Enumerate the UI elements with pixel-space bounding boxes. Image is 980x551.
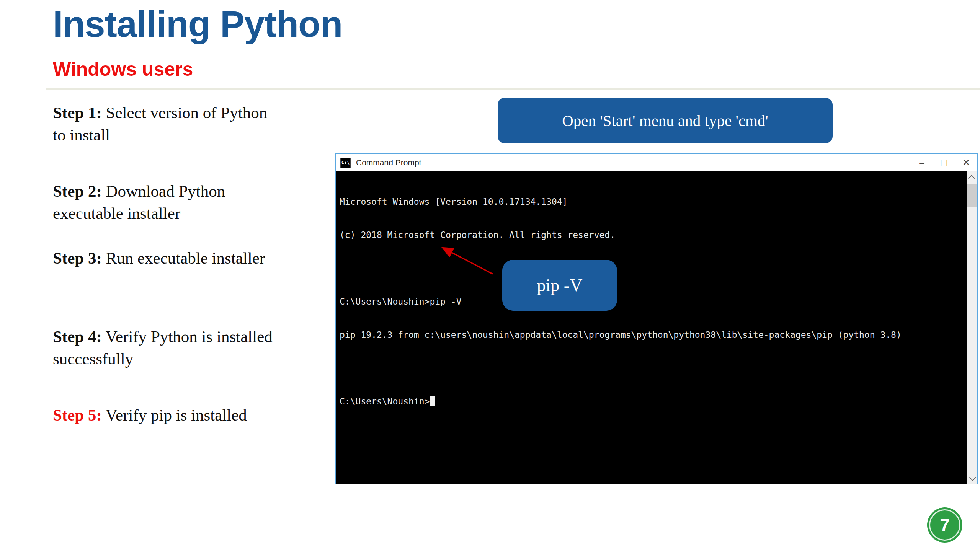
scroll-up-icon[interactable]: [967, 171, 977, 184]
pip-command-text: pip -V: [537, 275, 583, 295]
terminal-line: (c) 2018 Microsoft Corporation. All righ…: [340, 230, 967, 241]
divider: [46, 88, 980, 90]
step-label: Step 3:: [53, 249, 102, 267]
step-item-3: Step 3: Run executable installer: [53, 247, 283, 269]
step-item-1: Step 1: Select version of Python to inst…: [53, 102, 283, 146]
step-label: Step 2:: [53, 182, 102, 200]
terminal-cursor: [430, 396, 435, 406]
cmd-icon: C:\: [340, 158, 351, 168]
step-text: Verify pip is installed: [102, 406, 247, 424]
step-label: Step 5:: [53, 406, 102, 424]
step-item-2: Step 2: Download Python executable insta…: [53, 180, 283, 225]
terminal-line: [340, 263, 967, 274]
terminal-title-bar[interactable]: C:\ Command Prompt – □ ✕: [336, 154, 977, 171]
page-number-badge: 7: [927, 507, 962, 543]
page-subtitle: Windows users: [53, 58, 193, 80]
minimize-button[interactable]: –: [911, 154, 933, 171]
terminal-title: Command Prompt: [356, 158, 421, 167]
terminal-line: [340, 363, 967, 374]
close-button[interactable]: ✕: [955, 154, 977, 171]
step-label: Step 4:: [53, 328, 102, 346]
pip-command-callout: pip -V: [502, 260, 617, 311]
terminal-line: C:\Users\Noushin>pip -V: [340, 296, 967, 307]
command-prompt-window: C:\ Command Prompt – □ ✕ Microsoft Windo…: [335, 153, 978, 484]
step-item-5: Step 5: Verify pip is installed: [53, 404, 283, 426]
step-text: Run executable installer: [102, 249, 265, 267]
cmd-hint-callout: Open 'Start' menu and type 'cmd': [498, 98, 833, 143]
terminal-prompt-line: C:\Users\Noushin>: [340, 396, 967, 407]
step-item-4: Step 4: Verify Python is installed succe…: [53, 326, 283, 370]
page-number: 7: [940, 515, 950, 535]
slide: Installing Python Windows users Step 1: …: [0, 0, 980, 551]
terminal-prompt: C:\Users\Noushin>: [340, 396, 430, 406]
scroll-down-icon[interactable]: [967, 472, 977, 484]
terminal-line: Microsoft Windows [Version 10.0.17134.13…: [340, 196, 967, 207]
terminal-body[interactable]: Microsoft Windows [Version 10.0.17134.13…: [336, 171, 967, 484]
step-label: Step 1:: [53, 104, 102, 122]
terminal-scrollbar[interactable]: [967, 171, 977, 484]
page-title: Installing Python: [53, 3, 342, 45]
maximize-button[interactable]: □: [933, 154, 955, 171]
cmd-hint-text: Open 'Start' menu and type 'cmd': [562, 111, 768, 130]
terminal-line: pip 19.2.3 from c:\users\noushin\appdata…: [340, 329, 967, 341]
scrollbar-thumb[interactable]: [967, 184, 977, 207]
window-controls: – □ ✕: [911, 154, 977, 171]
